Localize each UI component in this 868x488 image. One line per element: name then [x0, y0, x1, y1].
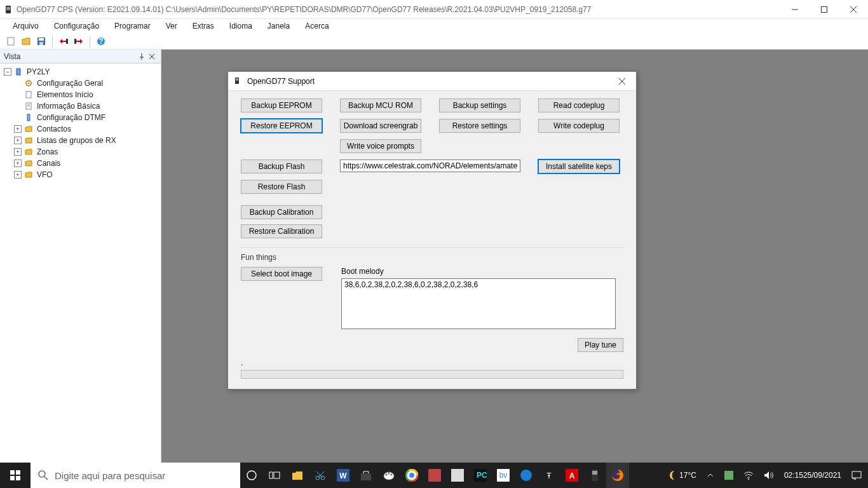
open-icon[interactable]	[20, 36, 32, 47]
cortana-icon[interactable]	[240, 463, 263, 488]
expand-icon[interactable]: +	[14, 125, 22, 133]
taskbar-clock[interactable]: 02:15 25/09/2021	[782, 463, 844, 488]
svg-rect-54	[428, 469, 441, 482]
tree-node-vfo[interactable]: + VFO	[1, 169, 159, 180]
support-dialog: OpenGD77 Support Backup EEPROM Restore E…	[227, 71, 637, 390]
start-button[interactable]	[0, 463, 31, 488]
dialog-titlebar[interactable]: OpenGD77 Support	[228, 72, 636, 91]
snip-icon[interactable]	[309, 463, 332, 488]
collapse-icon[interactable]: −	[4, 68, 11, 76]
write-voice-prompts-button[interactable]: Write voice prompts	[340, 139, 421, 153]
select-boot-image-button[interactable]: Select boot image	[241, 267, 322, 281]
svg-rect-69	[852, 471, 861, 478]
svg-point-53	[409, 473, 414, 478]
progress-bar	[241, 370, 623, 379]
paint-icon[interactable]	[377, 463, 400, 488]
app-icon[interactable]	[423, 463, 446, 488]
svg-rect-31	[10, 476, 15, 480]
svg-rect-67	[724, 471, 733, 480]
search-placeholder: Digite aqui para pesquisar	[55, 470, 165, 481]
menu-acerca[interactable]: Acerca	[299, 20, 335, 32]
svg-rect-26	[236, 78, 238, 81]
write-codeplug-button[interactable]: Write codeplug	[538, 119, 620, 133]
pycharm-icon[interactable]: PC	[469, 463, 492, 488]
expand-icon[interactable]: +	[14, 148, 22, 156]
tray-chevron-icon[interactable]	[704, 463, 717, 488]
expand-icon[interactable]: +	[14, 159, 22, 167]
restore-flash-button[interactable]: Restore Flash	[241, 180, 322, 194]
minimize-button[interactable]	[780, 0, 810, 19]
restore-calibration-button[interactable]: Restore Calibration	[241, 224, 322, 238]
backup-calibration-button[interactable]: Backup Calibration	[241, 205, 322, 219]
tree-node-zonas[interactable]: + Zonas	[1, 146, 159, 158]
firefox-icon[interactable]	[606, 463, 629, 488]
word-icon[interactable]: W	[332, 463, 355, 488]
svg-rect-3	[822, 6, 827, 12]
pin-icon[interactable]	[137, 51, 147, 62]
new-icon[interactable]	[5, 36, 17, 47]
backup-settings-button[interactable]: Backup settings	[439, 98, 520, 112]
restore-settings-button[interactable]: Restore settings	[439, 119, 520, 133]
taskview-icon[interactable]	[263, 463, 286, 488]
svg-text:bv: bv	[499, 471, 508, 480]
tree-node-rxgroups[interactable]: + Listas de grupos de RX	[1, 135, 159, 146]
notifications-icon[interactable]	[849, 463, 864, 488]
chrome-icon[interactable]	[400, 463, 423, 488]
menu-janela[interactable]: Janela	[261, 20, 296, 32]
wifi-icon[interactable]	[741, 463, 756, 488]
expand-icon[interactable]: +	[14, 137, 22, 144]
save-icon[interactable]	[36, 36, 47, 47]
volume-icon[interactable]	[761, 463, 776, 488]
radio-icon	[14, 67, 23, 76]
help-icon[interactable]: ?	[95, 36, 107, 47]
tree-view[interactable]: − PY2LY Configuração Geral Elementos Iní…	[0, 64, 161, 183]
backup-mcu-button[interactable]: Backup MCU ROM	[340, 98, 421, 112]
backup-flash-button[interactable]: Backup Flash	[241, 159, 322, 173]
menu-programar[interactable]: Programar	[108, 20, 157, 32]
gear-icon	[24, 79, 33, 88]
tree-node-contactos[interactable]: + Contactos	[1, 123, 159, 135]
menu-idioma[interactable]: Idioma	[223, 20, 259, 32]
boot-melody-label: Boot melody	[341, 267, 616, 276]
explorer-icon[interactable]	[286, 463, 309, 488]
gd77-icon[interactable]	[583, 463, 606, 488]
download-screengrab-button[interactable]: Download screengrab	[340, 119, 421, 133]
tree-node-config-geral[interactable]: Configuração Geral	[1, 78, 159, 89]
read-radio-icon[interactable]	[58, 36, 69, 47]
menu-arquivo[interactable]: Arquivo	[6, 20, 45, 32]
install-keps-button[interactable]: Install satellite keps	[538, 159, 620, 173]
store-icon[interactable]	[355, 463, 377, 488]
app-icon[interactable]	[446, 463, 469, 488]
acrobat-icon[interactable]: A	[560, 463, 583, 488]
folder-icon	[24, 125, 33, 133]
menu-extras[interactable]: Extras	[186, 20, 220, 32]
tree-root-label: PY2LY	[27, 67, 50, 76]
app-icon[interactable]: bv	[492, 463, 515, 488]
edge-icon[interactable]	[515, 463, 538, 488]
dialog-close-icon[interactable]	[613, 75, 631, 88]
boot-melody-input[interactable]	[341, 278, 616, 329]
weather-widget[interactable]: 17°C	[663, 463, 699, 488]
taskbar-search[interactable]: Digite aqui para pesquisar	[31, 463, 240, 488]
expand-icon[interactable]: +	[14, 171, 22, 179]
close-button[interactable]	[839, 0, 868, 19]
backup-eeprom-button[interactable]: Backup EEPROM	[241, 98, 322, 112]
close-panel-icon[interactable]	[147, 51, 157, 62]
tree-node-canais[interactable]: + Canais	[1, 158, 159, 169]
keps-url-input[interactable]	[340, 159, 520, 172]
tree-node-dtmf[interactable]: Configuração DTMF	[1, 112, 159, 123]
maximize-button[interactable]	[810, 0, 839, 19]
menu-configuracao[interactable]: Configuração	[48, 20, 105, 32]
tray-app-icon[interactable]	[722, 463, 736, 488]
play-tune-button[interactable]: Play tune	[578, 338, 623, 352]
tree-root[interactable]: − PY2LY	[1, 66, 159, 78]
app-icon[interactable]: Ŧ	[538, 463, 560, 488]
menu-ver[interactable]: Ver	[159, 20, 184, 32]
svg-rect-19	[26, 92, 31, 98]
dialog-icon	[233, 77, 242, 86]
tree-node-info[interactable]: Informação Básica	[1, 100, 159, 112]
tree-node-elementos[interactable]: Elementos Início	[1, 89, 159, 100]
read-codeplug-button[interactable]: Read codeplug	[538, 98, 620, 112]
restore-eeprom-button[interactable]: Restore EEPROM	[241, 119, 322, 133]
write-radio-icon[interactable]	[73, 36, 85, 47]
